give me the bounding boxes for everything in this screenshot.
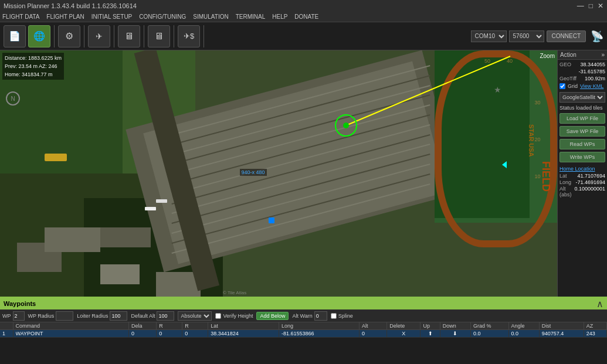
wp-radius-item: WP Radius [28,311,74,321]
map-type-select[interactable]: GoogleSatelliteMa... GoogleMap GoogleHyb… [559,92,605,103]
menu-initial-setup[interactable]: INITIAL SETUP [91,13,133,20]
lat-input[interactable] [211,331,249,336]
cell-down[interactable]: ⬇ [440,330,470,338]
verify-height-checkbox[interactable] [215,313,221,319]
donate-icon: ✈$ [184,32,194,40]
menu-simulation[interactable]: SIMULATION [193,13,228,20]
connect-map-btn[interactable]: 🌐 [28,25,50,47]
app-title: Mission Planner 1.3.43.4 build 1.1.6236.… [4,2,577,9]
menu-help[interactable]: HELP [272,13,287,20]
cell-dela[interactable] [128,330,156,338]
menu-flight-data[interactable]: FLIGHT DATA [2,13,39,20]
cell-grad: 0.0 [471,330,508,338]
config-btn[interactable]: ⚙ [58,25,80,47]
menu-terminal[interactable]: TERMINAL [236,13,266,20]
cell-command[interactable] [13,330,128,338]
geo-value: 38.344055 [580,62,605,67]
col-header-lat: Lat [208,322,279,330]
wp-count-input[interactable] [13,311,25,321]
action-panel: Action » GEO 38.344055 -31.615785 GeoTif… [557,50,607,297]
map-distance-info: Distance: 1883.6225 km Prev: 23.54 m AZ:… [2,53,64,80]
maximize-btn[interactable]: □ [589,2,593,10]
spline-checkbox[interactable] [331,313,337,319]
cell-alt[interactable] [360,330,387,338]
command-input[interactable] [16,331,126,336]
wp-radius-input[interactable] [56,311,73,321]
col-header-dist: Dist [539,322,584,330]
geotiff-value: 100.92m [585,76,605,81]
home-location-title[interactable]: Home Location [559,166,605,172]
status-value: loaded tiles [576,105,603,111]
action-panel-content: GEO 38.344055 -31.615785 GeoTiff 100.92m… [558,60,607,297]
monitor2-icon: 🖥 [154,31,164,42]
cell-long[interactable] [279,330,359,338]
alt-warn-input[interactable] [314,311,327,321]
cell-r2[interactable] [182,330,208,338]
loiter-radius-item: Loiter Radius [77,311,127,321]
cell-lat[interactable] [208,330,279,338]
close-btn[interactable]: ✕ [598,2,603,10]
toolbar-group-donate: ✈$ [178,25,204,47]
geo-row: GEO 38.344055 [559,62,605,67]
connect-button[interactable]: CONNECT [547,30,586,42]
grid-label[interactable]: Grid [568,83,578,89]
window-controls[interactable]: — □ ✕ [577,2,603,10]
globe-icon: 🌐 [33,30,45,42]
menu-flight-plan[interactable]: FLIGHT PLAN [46,13,84,20]
plane-icon: ✈ [96,32,103,41]
new-btn[interactable]: 📄 [4,25,26,47]
load-wp-file-button[interactable]: Load WP File [559,113,605,124]
waypoints-collapse-btn[interactable]: ∧ [596,298,603,309]
spline-label[interactable]: Spline [338,313,353,319]
donate-btn[interactable]: ✈$ [178,25,200,47]
view-kml-link[interactable]: View KML [580,83,603,89]
col-header-angle: Angle [508,322,539,330]
menubar: FLIGHT DATA FLIGHT PLAN INITIAL SETUP CO… [0,12,607,22]
toolbar: 📄 🌐 ⚙ ✈ 🖥 🖥 ✈$ COM10 COM1 COM2 [0,22,607,50]
com-area: COM10 COM1 COM2 57600 9600 115200 CONNEC… [471,30,603,43]
default-alt-input[interactable] [157,311,174,321]
baud-rate-select[interactable]: 57600 9600 115200 [509,30,544,42]
distance-line1: Distance: 1883.6225 km [5,54,62,62]
minimize-btn[interactable]: — [577,2,584,10]
map-area[interactable]: FIELD STAR USA 40 50 30 20 10 ★ © Tile A… [0,50,557,297]
menu-donate[interactable]: DONATE [294,13,318,20]
alt-row: Alt (abs) 0.100000001 [559,186,605,198]
waypoints-header: Waypoints ∧ [0,298,607,309]
menu-config-tuning[interactable]: CONFIG/TUNING [139,13,186,20]
write-wps-button[interactable]: Write WPs [559,152,605,162]
save-wp-file-button[interactable]: Save WP File [559,126,605,137]
col-header-alt: Alt [360,322,387,330]
r1-input[interactable] [159,331,169,336]
dela-input[interactable] [131,331,143,336]
monitor2-btn[interactable]: 🖥 [148,25,170,47]
action-expand-icon[interactable]: » [601,52,605,58]
cell-delete[interactable]: X [387,330,421,338]
col-header-r1: R [157,322,182,330]
add-below-button[interactable]: Add Below [256,312,289,320]
col-header-r2: R [182,322,208,330]
read-wps-button[interactable]: Read WPs [559,139,605,149]
default-alt-item: Default Alt [131,311,174,321]
geotiff-row: GeoTiff 100.92m [559,76,605,81]
map-compass: N [6,91,20,106]
r2-input[interactable] [185,331,195,336]
cell-r1[interactable] [157,330,182,338]
cell-up[interactable]: ⬆ [421,330,440,338]
long-input[interactable] [282,331,325,336]
gps-icon[interactable]: 📡 [591,30,603,43]
wp-radius-label: WP Radius [28,313,55,319]
com-port-select[interactable]: COM10 COM1 COM2 [471,30,507,42]
status-label: Status [559,105,575,111]
altitude-mode-select[interactable]: Absolute Relative AGL [178,311,212,321]
toolbar-group-plane: ✈ [88,25,114,47]
alt-input[interactable] [362,331,374,336]
table-row[interactable]: 1 X ⬆ ⬇ 0.0 0.0 940757.4 243 [0,330,607,338]
monitor-btn[interactable]: 🖥 [118,25,140,47]
spline-item: Spline [331,313,353,319]
plane-btn[interactable]: ✈ [88,25,110,47]
verify-height-label[interactable]: Verify Height [223,313,253,319]
col-header-grad: Grad % [471,322,508,330]
loiter-radius-input[interactable] [110,311,127,321]
grid-checkbox[interactable] [559,83,565,89]
